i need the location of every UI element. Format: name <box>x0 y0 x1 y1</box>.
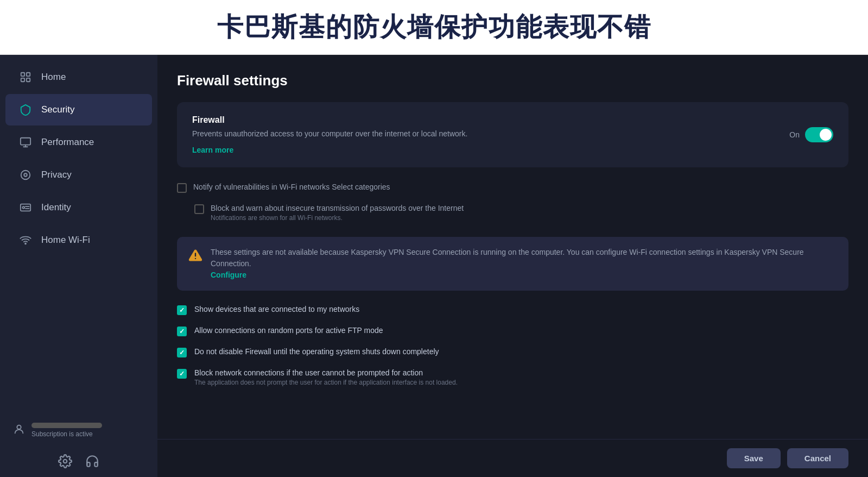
subscription-info: Subscription is active <box>31 423 102 438</box>
svg-point-7 <box>21 171 30 180</box>
checkbox-item-text-1: Allow connections on random ports for ac… <box>194 326 383 335</box>
subscription-row: Subscription is active <box>13 423 144 438</box>
checkbox-label-1: Allow connections on random ports for ac… <box>194 326 383 335</box>
svg-point-17 <box>195 258 196 259</box>
checkbox-1[interactable] <box>177 327 187 336</box>
svg-rect-2 <box>21 78 24 81</box>
sidebar: Home Security <box>0 55 157 477</box>
svg-point-14 <box>17 425 21 429</box>
checkbox-item-text-3: Block network connections if the user ca… <box>194 368 458 386</box>
sidebar-item-identity[interactable]: Identity <box>5 192 152 223</box>
toggle-label: On <box>789 130 800 139</box>
block-label: Block and warn about insecure transmissi… <box>211 204 464 212</box>
learn-more-link[interactable]: Learn more <box>192 146 467 154</box>
sidebar-item-home-label: Home <box>41 72 66 83</box>
svg-point-10 <box>23 206 25 209</box>
warning-box: These settings are not available because… <box>177 237 848 291</box>
svg-point-13 <box>25 243 26 244</box>
block-row: Block and warn about insecure transmissi… <box>177 198 848 227</box>
sidebar-item-privacy[interactable]: Privacy <box>5 159 152 191</box>
sidebar-item-security[interactable]: Security <box>5 94 152 125</box>
identity-icon <box>18 200 33 215</box>
notify-text: Notify of vulnerabilities in Wi-Fi netwo… <box>193 183 390 191</box>
firewall-info: Firewall Prevents unauthorized access to… <box>192 115 467 154</box>
svg-rect-0 <box>21 73 24 76</box>
wifi-section: Notify of vulnerabilities in Wi-Fi netwo… <box>177 177 848 227</box>
cancel-button[interactable]: Cancel <box>787 448 848 468</box>
warning-message: These settings are not available because… <box>211 248 804 268</box>
shield-icon <box>18 103 33 117</box>
subscription-bar <box>31 423 102 428</box>
warning-icon <box>188 248 203 263</box>
top-banner: 卡巴斯基的防火墙保护功能表现不错 <box>0 0 868 55</box>
block-sub: Notifications are shown for all Wi-Fi ne… <box>211 214 464 222</box>
toggle-knob <box>820 129 832 141</box>
bottom-bar: Save Cancel <box>157 439 868 477</box>
warning-text: These settings are not available because… <box>211 247 838 281</box>
sidebar-item-performance-label: Performance <box>41 137 94 148</box>
headset-icon[interactable] <box>85 454 99 468</box>
save-button[interactable]: Save <box>727 448 781 468</box>
checkbox-items-section: Show devices that are connected to my ne… <box>177 300 848 391</box>
settings-icon[interactable] <box>58 454 72 468</box>
svg-rect-4 <box>21 138 30 145</box>
checkbox-3[interactable] <box>177 369 187 379</box>
checkbox-item-1: Allow connections on random ports for ac… <box>177 322 848 341</box>
sidebar-item-performance[interactable]: Performance <box>5 127 152 158</box>
block-checkbox[interactable] <box>194 204 204 214</box>
checkbox-item-text-2: Do not disable Firewall until the operat… <box>194 347 439 356</box>
home-icon <box>18 70 33 84</box>
user-icon <box>13 423 25 437</box>
checkbox-item-0: Show devices that are connected to my ne… <box>177 300 848 319</box>
checkbox-label-2: Do not disable Firewall until the operat… <box>194 347 439 356</box>
checkbox-item-3: Block network connections if the user ca… <box>177 364 848 391</box>
configure-link[interactable]: Configure <box>211 271 246 279</box>
svg-rect-9 <box>21 204 30 211</box>
checkbox-item-text-0: Show devices that are connected to my ne… <box>194 305 359 313</box>
notify-row: Notify of vulnerabilities in Wi-Fi netwo… <box>177 177 848 198</box>
notify-checkbox[interactable] <box>177 183 187 193</box>
block-text: Block and warn about insecure transmissi… <box>211 204 464 222</box>
wifi-icon <box>18 233 33 247</box>
checkbox-item-2: Do not disable Firewall until the operat… <box>177 343 848 362</box>
sidebar-item-privacy-label: Privacy <box>41 170 72 180</box>
checkbox-sublabel-3: The application does not prompt the user… <box>194 379 458 386</box>
sidebar-bottom: Subscription is active <box>0 414 157 449</box>
subscription-label: Subscription is active <box>31 430 102 438</box>
sidebar-item-homewifi-label: Home Wi-Fi <box>41 235 90 246</box>
firewall-title: Firewall <box>192 115 467 125</box>
checkbox-0[interactable] <box>177 305 187 315</box>
firewall-toggle[interactable] <box>805 127 833 142</box>
svg-point-15 <box>64 460 67 463</box>
banner-title: 卡巴斯基的防火墙保护功能表现不错 <box>0 10 868 45</box>
sidebar-nav: Home Security <box>0 55 157 414</box>
sidebar-item-security-label: Security <box>41 104 74 115</box>
sidebar-item-homewifi[interactable]: Home Wi-Fi <box>5 224 152 256</box>
firewall-card: Firewall Prevents unauthorized access to… <box>177 102 848 167</box>
checkbox-2[interactable] <box>177 348 187 357</box>
page-title: Firewall settings <box>177 72 848 89</box>
sidebar-footer-icons <box>0 449 157 477</box>
notify-label: Notify of vulnerabilities in Wi-Fi netwo… <box>193 183 390 191</box>
svg-rect-3 <box>27 78 30 81</box>
main-content: Firewall settings Firewall Prevents unau… <box>157 55 868 477</box>
privacy-icon <box>18 168 33 182</box>
svg-point-8 <box>24 173 27 177</box>
checkbox-label-3: Block network connections if the user ca… <box>194 368 458 377</box>
svg-rect-1 <box>27 73 30 76</box>
firewall-row: Firewall Prevents unauthorized access to… <box>192 115 833 154</box>
sidebar-item-identity-label: Identity <box>41 202 71 213</box>
firewall-description: Prevents unauthorized access to your com… <box>192 129 467 138</box>
monitor-icon <box>18 135 33 149</box>
checkbox-label-0: Show devices that are connected to my ne… <box>194 305 359 313</box>
toggle-row: On <box>789 127 833 142</box>
sidebar-item-home[interactable]: Home <box>5 61 152 93</box>
